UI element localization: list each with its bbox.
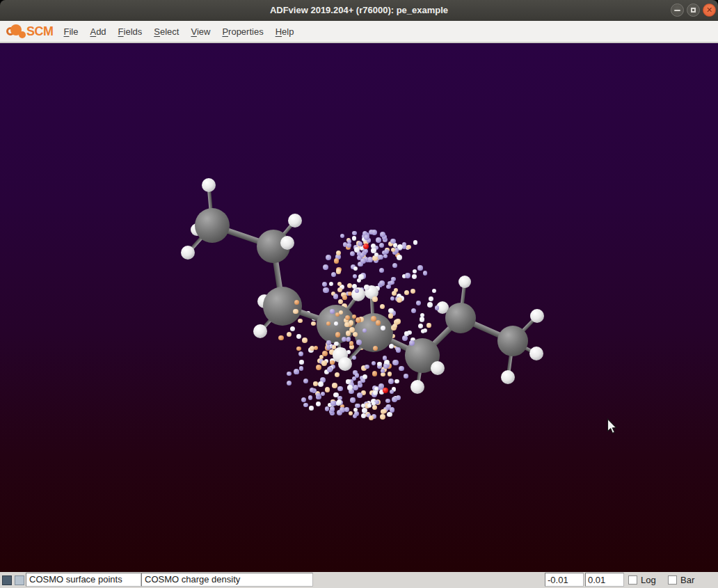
surface-points-selector[interactable]: COSMO surface points bbox=[26, 573, 141, 587]
cosmo-point bbox=[294, 369, 299, 374]
cosmo-point bbox=[278, 335, 284, 341]
hydrogen-atom[interactable] bbox=[458, 276, 471, 288]
cosmo-point bbox=[349, 341, 353, 345]
menu-item-select[interactable]: Select bbox=[149, 24, 184, 40]
cosmo-point bbox=[377, 362, 382, 367]
cosmo-point bbox=[379, 243, 384, 248]
cosmo-point bbox=[409, 340, 415, 346]
cosmo-point bbox=[382, 409, 386, 413]
cosmo-point bbox=[404, 374, 408, 379]
cosmo-point bbox=[325, 387, 330, 392]
cosmo-point bbox=[435, 305, 439, 310]
scm-logo-icon bbox=[6, 22, 26, 40]
cosmo-point bbox=[303, 403, 308, 408]
cosmo-point bbox=[388, 308, 394, 314]
log-checkbox-label: Log bbox=[641, 575, 656, 585]
cosmo-point-red bbox=[363, 244, 369, 249]
min-value-input[interactable] bbox=[545, 573, 584, 587]
status-bar: COSMO surface points COSMO charge densit… bbox=[0, 572, 718, 588]
cosmo-point bbox=[379, 280, 385, 286]
hydrogen-atom[interactable] bbox=[288, 214, 302, 228]
hydrogen-atom[interactable] bbox=[202, 178, 216, 192]
hydrogen-atom[interactable] bbox=[181, 246, 195, 260]
cosmo-point bbox=[390, 407, 394, 412]
hydrogen-atom[interactable] bbox=[410, 380, 424, 394]
cosmo-point bbox=[389, 344, 394, 349]
cosmo-point bbox=[372, 230, 377, 235]
menu-item-properties[interactable]: Properties bbox=[217, 24, 268, 40]
max-value-input[interactable] bbox=[585, 573, 624, 587]
cosmo-point bbox=[347, 239, 351, 244]
cosmo-point bbox=[402, 244, 406, 248]
cosmo-point bbox=[298, 319, 302, 323]
cosmo-point bbox=[387, 412, 392, 418]
cosmo-point bbox=[369, 415, 374, 420]
field-toggle-button-1[interactable] bbox=[2, 575, 12, 585]
cosmo-point bbox=[365, 365, 369, 369]
cosmo-point bbox=[372, 296, 378, 302]
bar-checkbox[interactable] bbox=[668, 575, 677, 585]
cosmo-point bbox=[336, 269, 342, 274]
viewport-3d[interactable] bbox=[0, 43, 718, 572]
menu-item-fields[interactable]: Fields bbox=[113, 24, 147, 40]
close-button[interactable]: ✕ bbox=[703, 3, 716, 17]
cosmo-point bbox=[337, 287, 342, 292]
cosmo-point bbox=[352, 376, 356, 381]
cosmo-point bbox=[329, 282, 333, 286]
cosmo-point bbox=[322, 351, 328, 356]
cosmo-point bbox=[332, 383, 337, 388]
hydrogen-atom[interactable] bbox=[338, 357, 352, 371]
cosmo-point bbox=[380, 304, 385, 309]
hydrogen-atom[interactable] bbox=[530, 309, 544, 323]
carbon-atom[interactable] bbox=[263, 287, 302, 326]
minimize-icon bbox=[674, 10, 680, 11]
menu-item-help[interactable]: Help bbox=[271, 24, 299, 40]
cosmo-point bbox=[333, 294, 338, 299]
hydrogen-atom[interactable] bbox=[253, 324, 267, 338]
menu-item-file[interactable]: File bbox=[59, 24, 83, 40]
cosmo-point bbox=[345, 315, 350, 320]
hydrogen-atom[interactable] bbox=[280, 236, 294, 250]
cosmo-point bbox=[311, 321, 315, 326]
cosmo-point bbox=[376, 237, 381, 243]
carbon-atom[interactable] bbox=[497, 326, 528, 356]
cosmo-point bbox=[371, 316, 376, 321]
cosmo-point bbox=[352, 236, 356, 240]
carbon-atom[interactable] bbox=[445, 303, 476, 333]
scm-logo: SCM bbox=[6, 22, 54, 40]
maximize-button[interactable] bbox=[687, 3, 700, 17]
cosmo-point bbox=[296, 334, 301, 339]
menu-item-add[interactable]: Add bbox=[85, 24, 111, 40]
cosmo-point bbox=[346, 337, 351, 341]
cosmo-point bbox=[316, 393, 320, 397]
minimize-button[interactable] bbox=[671, 3, 684, 17]
bar-checkbox-label: Bar bbox=[680, 575, 694, 585]
cosmo-point bbox=[417, 265, 423, 271]
log-checkbox[interactable] bbox=[628, 575, 637, 585]
charge-density-selector[interactable]: COSMO charge density bbox=[141, 573, 313, 587]
cosmo-point bbox=[364, 249, 368, 253]
cosmo-point bbox=[356, 340, 362, 345]
cosmo-point bbox=[390, 296, 394, 301]
cosmo-point bbox=[364, 285, 369, 290]
carbon-atom[interactable] bbox=[195, 208, 230, 243]
cosmo-point-red bbox=[383, 388, 388, 393]
title-bar[interactable]: ADFview 2019.204+ (r76000): pe_example ✕ bbox=[0, 0, 718, 21]
cosmo-point bbox=[392, 263, 397, 268]
cosmo-point bbox=[310, 346, 314, 351]
hydrogen-atom[interactable] bbox=[431, 361, 445, 375]
cosmo-point bbox=[390, 390, 394, 394]
cosmo-point bbox=[342, 295, 347, 300]
cosmo-point bbox=[383, 356, 387, 360]
cosmo-point bbox=[427, 302, 433, 308]
field-toggle-button-2[interactable] bbox=[15, 575, 24, 585]
cosmo-point bbox=[362, 408, 367, 413]
cosmo-point bbox=[353, 274, 358, 279]
hydrogen-atom[interactable] bbox=[501, 370, 515, 384]
menu-item-view[interactable]: View bbox=[186, 24, 215, 40]
cosmo-point bbox=[299, 366, 304, 371]
maximize-icon bbox=[691, 8, 696, 13]
hydrogen-atom[interactable] bbox=[529, 347, 543, 360]
cosmo-point bbox=[287, 372, 291, 376]
cosmo-point bbox=[412, 274, 417, 279]
